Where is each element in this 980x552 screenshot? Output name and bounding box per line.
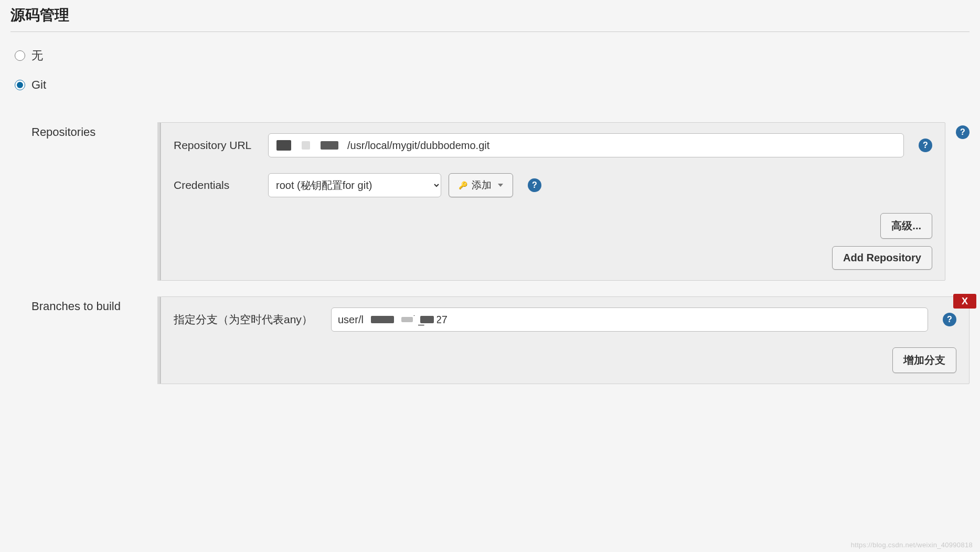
- branches-panel: X 指定分支（为空时代表any） ? 增加分支: [161, 296, 970, 384]
- credentials-label: Credentials: [174, 179, 268, 192]
- scm-option-git-label: Git: [31, 78, 46, 92]
- repo-url-row: Repository URL ?: [174, 133, 932, 157]
- section-title: 源码管理: [10, 5, 970, 32]
- add-credentials-button[interactable]: 🔑 添加: [449, 173, 513, 197]
- branch-specifier-row: 指定分支（为空时代表any） ?: [174, 307, 956, 332]
- repositories-row: Repositories Repository URL ? Credential…: [31, 122, 970, 281]
- delete-branch-button[interactable]: X: [953, 294, 976, 309]
- branch-specifier-label: 指定分支（为空时代表any）: [174, 312, 331, 327]
- chevron-down-icon: [498, 184, 503, 187]
- add-branch-button[interactable]: 增加分支: [892, 347, 956, 373]
- key-icon: 🔑: [459, 181, 467, 189]
- help-icon[interactable]: ?: [528, 178, 541, 192]
- scm-radio-git[interactable]: [15, 80, 25, 90]
- scm-radio-group: 无 Git: [10, 43, 970, 112]
- help-icon[interactable]: ?: [956, 125, 970, 139]
- repositories-label: Repositories: [31, 122, 157, 139]
- repositories-panel: Repository URL ? Credentials root (秘钥配置f…: [161, 122, 945, 281]
- repo-url-label: Repository URL: [174, 139, 268, 152]
- branches-actions: 增加分支: [174, 347, 956, 373]
- scm-option-none-label: 无: [31, 48, 43, 63]
- add-credentials-label: 添加: [472, 178, 492, 192]
- credentials-row: Credentials root (秘钥配置for git) 🔑 添加 ?: [174, 173, 932, 197]
- repo-url-input[interactable]: [268, 133, 904, 157]
- advanced-button[interactable]: 高级...: [880, 213, 932, 239]
- scm-option-git[interactable]: Git: [15, 78, 965, 92]
- help-icon[interactable]: ?: [943, 313, 956, 326]
- scm-option-none[interactable]: 无: [15, 48, 965, 63]
- add-repository-button[interactable]: Add Repository: [832, 246, 932, 270]
- credentials-select[interactable]: root (秘钥配置for git): [268, 173, 441, 197]
- branches-row: Branches to build X 指定分支（为空时代表any） ? 增加分…: [31, 296, 970, 384]
- repositories-actions: 高级... Add Repository: [174, 213, 932, 270]
- scm-radio-none[interactable]: [15, 50, 25, 61]
- branches-label: Branches to build: [31, 296, 157, 313]
- help-icon[interactable]: ?: [919, 139, 932, 152]
